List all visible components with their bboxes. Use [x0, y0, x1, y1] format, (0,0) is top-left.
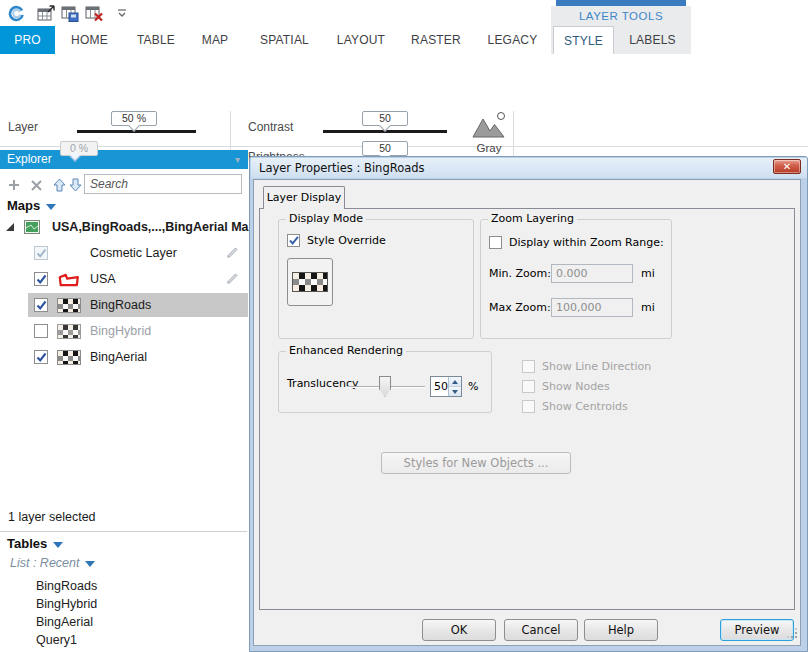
search-input[interactable]: [84, 174, 242, 194]
show-line-direction-checkbox: [522, 360, 535, 373]
resize-grip[interactable]: [787, 624, 798, 643]
max-zoom-label: Max Zoom:: [489, 301, 551, 314]
layer-row-bingaerial[interactable]: BingAerial: [0, 344, 248, 370]
layer-visibility-checkbox[interactable]: [34, 350, 48, 364]
open-table-icon[interactable]: [36, 4, 56, 22]
tables-list-mode[interactable]: List : Recent: [10, 556, 95, 570]
enhanced-rendering-group: Enhanced Rendering Translucency %: [278, 351, 492, 413]
help-button[interactable]: Help: [584, 619, 658, 641]
show-nodes-row: Show Nodes: [522, 380, 610, 393]
edit-pencil-icon[interactable]: [225, 244, 239, 262]
layer-visibility-checkbox[interactable]: [34, 272, 48, 286]
table-item-binghybrid[interactable]: BingHybrid: [36, 595, 97, 613]
section-divider: [0, 531, 247, 532]
tables-section-header[interactable]: Tables: [7, 536, 63, 551]
enhanced-rendering-group-title: Enhanced Rendering: [286, 344, 406, 357]
display-within-zoom-range-checkbox[interactable]: [489, 236, 502, 249]
app-logo-icon[interactable]: [6, 4, 26, 22]
layer-translucency-value[interactable]: 50 %: [111, 111, 157, 126]
panel-menu-icon[interactable]: ▾: [235, 150, 240, 169]
tab-labels[interactable]: LABELS: [614, 26, 691, 54]
preview-button[interactable]: Preview: [720, 619, 794, 641]
min-zoom-label: Min. Zoom:: [489, 267, 551, 280]
edit-pencil-icon[interactable]: [225, 270, 239, 288]
layer-translucency-slider[interactable]: [77, 130, 196, 133]
dialog-client-area: Layer Display Display Mode Style Overrid…: [253, 179, 801, 646]
layer-row-cosmetic[interactable]: Cosmetic Layer: [0, 240, 248, 266]
min-zoom-unit: mi: [641, 267, 655, 280]
raster-style-icon: [57, 297, 81, 313]
table-item-query1[interactable]: Query1: [36, 631, 97, 649]
chevron-down-icon: [85, 561, 95, 567]
tab-home[interactable]: HOME: [57, 26, 122, 54]
styles-for-new-objects-button: Styles for New Objects ...: [381, 452, 571, 474]
zoom-layering-group: Zoom Layering Display within Zoom Range:…: [480, 219, 672, 339]
move-down-icon[interactable]: [66, 176, 84, 194]
ok-button[interactable]: OK: [422, 619, 496, 641]
show-centroids-label: Show Centroids: [542, 400, 628, 413]
customize-toolbar-icon[interactable]: [112, 4, 132, 22]
tab-layout[interactable]: LAYOUT: [324, 26, 398, 54]
show-centroids-row: Show Centroids: [522, 400, 628, 413]
brightness-value[interactable]: 50: [362, 141, 408, 156]
layer-visibility-checkbox[interactable]: [34, 324, 48, 338]
display-within-zoom-range-label: Display within Zoom Range:: [509, 236, 664, 249]
remove-icon[interactable]: [27, 176, 45, 194]
layer-properties-dialog: Layer Properties : BingRoads ✕ Layer Dis…: [249, 156, 808, 652]
translucency-slider-thumb[interactable]: [379, 376, 391, 397]
table-item-bingroads[interactable]: BingRoads: [36, 577, 97, 595]
tab-legacy[interactable]: LEGACY: [474, 26, 551, 54]
close-table-icon[interactable]: [84, 4, 104, 22]
raster-style-icon: [57, 349, 81, 365]
show-nodes-checkbox: [522, 380, 535, 393]
contrast-slider-label: Contrast: [248, 120, 293, 134]
app-window: LAYER TOOLS PRO HOME TABLE MAP SPATIAL L…: [0, 0, 808, 652]
display-mode-group-title: Display Mode: [286, 212, 366, 225]
map-node-row[interactable]: USA,BingRoads,...,BingAerial Map: [0, 214, 248, 240]
save-table-icon[interactable]: [60, 4, 80, 22]
spinner-up-icon[interactable]: [449, 377, 461, 387]
layer-row-binghybrid[interactable]: BingHybrid: [0, 318, 248, 344]
explorer-panel: Explorer ▾ Maps: [0, 150, 248, 652]
spinner-down-icon[interactable]: [449, 387, 461, 396]
polygon-style-icon[interactable]: [57, 271, 81, 287]
chevron-down-icon: [46, 204, 56, 210]
tab-pro[interactable]: PRO: [0, 26, 55, 54]
tab-table[interactable]: TABLE: [123, 26, 189, 54]
layer-row-bingroads[interactable]: BingRoads: [0, 292, 248, 318]
add-icon[interactable]: [5, 176, 23, 194]
layer-row-usa[interactable]: USA: [0, 266, 248, 292]
mountain-sun-icon: [470, 111, 508, 139]
tab-layer-display[interactable]: Layer Display: [263, 186, 345, 209]
explorer-header[interactable]: Explorer ▾: [0, 150, 248, 169]
contrast-value[interactable]: 50: [362, 111, 408, 126]
maps-section-header[interactable]: Maps: [7, 198, 56, 213]
layer-slider-label: Layer: [8, 120, 38, 134]
show-line-direction-label: Show Line Direction: [542, 360, 651, 373]
dialog-titlebar[interactable]: Layer Properties : BingRoads: [251, 158, 807, 178]
layer-display-tab-page: Display Mode Style Override Zoom Layerin…: [259, 208, 795, 610]
max-zoom-unit: mi: [641, 301, 655, 314]
display-within-zoom-range-row[interactable]: Display within Zoom Range:: [489, 236, 664, 249]
tab-map[interactable]: MAP: [189, 26, 241, 54]
expand-collapse-icon[interactable]: [6, 223, 14, 231]
style-sample-button[interactable]: [287, 258, 333, 306]
translucency-spinner[interactable]: [430, 376, 462, 397]
layer-tools-contextual-label: LAYER TOOLS: [551, 6, 691, 26]
layer-visibility-checkbox[interactable]: [34, 298, 48, 312]
tab-spatial[interactable]: SPATIAL: [245, 26, 324, 54]
close-icon[interactable]: ✕: [773, 159, 801, 174]
cancel-button[interactable]: Cancel: [504, 619, 578, 641]
translucency-spinner-input[interactable]: [431, 377, 448, 396]
table-item-bingaerial[interactable]: BingAerial: [36, 613, 97, 631]
map-window-icon: [20, 219, 44, 235]
min-zoom-input: [551, 264, 633, 283]
style-override-checkbox[interactable]: [287, 234, 300, 247]
selection-status-text: 1 layer selected: [8, 510, 96, 524]
style-override-row[interactable]: Style Override: [287, 234, 386, 247]
tab-style[interactable]: STYLE: [553, 26, 614, 54]
label-translucency-value: 0 %: [60, 141, 98, 156]
layer-label: USA: [90, 272, 116, 286]
layer-label: BingAerial: [90, 350, 147, 364]
tab-raster[interactable]: RASTER: [398, 26, 474, 54]
